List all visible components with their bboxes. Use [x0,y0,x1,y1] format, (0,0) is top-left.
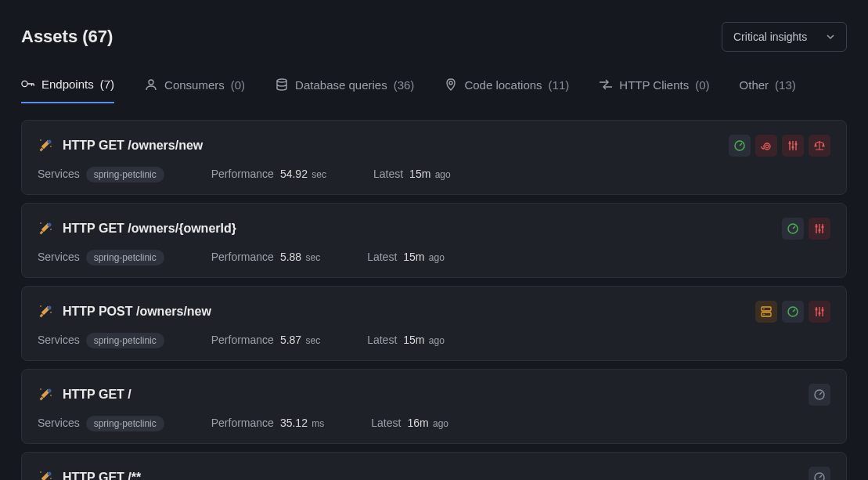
tab-label: Consumers [164,78,225,92]
insight-server-orange-icon[interactable] [755,301,777,323]
svg-point-20 [48,306,52,310]
tab-count: (0) [695,78,709,92]
asset-title: HTTP GET / [63,388,131,402]
services-label: Services [38,334,80,346]
tab-count: (0) [231,78,245,92]
service-tag: spring-petclinic [86,333,164,348]
svg-point-9 [765,145,769,148]
svg-point-10 [788,142,791,144]
tab-database-queries[interactable]: Database queries (36) [275,77,414,103]
insight-badges [809,467,830,480]
svg-point-0 [22,81,27,86]
tab-count: (13) [775,78,796,92]
asset-card[interactable]: HTTP GET /** [21,452,847,480]
tab-label: Other [740,78,769,92]
telescope-icon [38,470,53,480]
insight-tuning-red-icon[interactable] [782,135,804,157]
tabs-bar: Endpoints (7) Consumers (0) Database que… [21,77,847,104]
telescope-icon [38,387,53,402]
insight-snail-red-icon[interactable] [755,135,777,157]
insight-gauge-gray-icon[interactable] [809,467,830,480]
tab-count: (11) [549,78,570,92]
asset-card[interactable]: HTTP GET /owners/{ownerId}Servicesspring… [21,203,847,278]
performance-value: 54.92 [280,168,308,180]
performance-label: Performance [211,168,274,180]
card-meta: Servicesspring-petclinicPerformance54.92… [38,168,830,180]
page-title: Assets (67) [21,27,113,47]
chevron-down-icon [826,32,835,42]
insight-tuning-red-icon[interactable] [809,301,830,323]
performance-label: Performance [211,417,274,429]
tab-code-locations[interactable]: Code locations (11) [444,77,569,103]
service-tag: spring-petclinic [86,250,164,265]
svg-point-29 [818,312,820,314]
card-meta: Servicesspring-petclinicPerformance5.87 … [38,334,830,346]
insight-badges [729,135,830,157]
svg-point-3 [449,81,452,85]
asset-card[interactable]: HTTP GET /owners/newServicesspring-petcl… [21,120,847,195]
latest-unit: ago [432,169,450,180]
performance-label: Performance [211,251,274,263]
tab-consumers[interactable]: Consumers (0) [144,77,245,103]
services-label: Services [38,168,80,180]
telescope-icon [38,138,53,153]
latest-label: Latest [367,334,397,346]
latest-label: Latest [373,168,403,180]
performance-value: 5.88 [280,251,301,263]
tab-count: (36) [394,78,415,92]
service-tag: spring-petclinic [86,416,164,431]
tab-label: Code locations [464,78,542,92]
performance-value: 5.87 [280,334,301,346]
performance-unit: sec [303,335,320,346]
database-icon [275,78,289,92]
latest-label: Latest [367,251,397,263]
services-label: Services [38,251,80,263]
latest-unit: ago [430,418,448,429]
arrows-icon [599,78,613,92]
svg-point-35 [48,472,52,476]
svg-point-8 [764,143,770,150]
svg-point-4 [48,140,52,144]
insight-badges [755,301,830,323]
asset-card[interactable]: HTTP POST /owners/newServicesspring-petc… [21,286,847,361]
performance-unit: ms [309,418,324,429]
latest-value: 15m [409,168,430,180]
insight-gauge-green-icon[interactable] [782,218,804,240]
svg-point-22 [50,312,52,313]
tab-other[interactable]: Other (13) [740,77,796,103]
svg-point-19 [821,226,823,228]
asset-title: HTTP POST /owners/new [63,305,211,319]
asset-card[interactable]: HTTP GET /Servicesspring-petclinicPerfor… [21,369,847,444]
svg-point-5 [40,139,41,141]
tab-label: Database queries [295,78,387,92]
insight-gauge-gray-icon[interactable] [809,384,830,406]
services-label: Services [38,417,80,429]
asset-title: HTTP GET /owners/new [63,139,203,153]
tab-label: Endpoints [41,78,94,91]
dropdown-label: Critical insights [733,31,807,43]
svg-rect-24 [762,312,771,316]
insight-gauge-green-icon[interactable] [782,301,804,323]
svg-point-1 [149,80,153,85]
svg-point-26 [763,314,765,316]
svg-point-28 [815,308,817,310]
insight-gauge-green-icon[interactable] [729,135,751,157]
svg-point-31 [48,389,52,393]
tab-label: HTTP Clients [619,78,689,92]
svg-point-21 [40,305,41,307]
insight-tuning-red-icon[interactable] [809,218,830,240]
tab-http-clients[interactable]: HTTP Clients (0) [599,77,709,103]
svg-point-18 [818,229,820,231]
svg-point-6 [50,146,52,147]
performance-unit: sec [303,252,320,263]
sort-dropdown[interactable]: Critical insights [722,22,847,52]
performance-value: 35.12 [280,417,308,429]
insight-badges [809,384,830,406]
performance-label: Performance [211,334,274,346]
tab-endpoints[interactable]: Endpoints (7) [21,77,114,103]
insight-scale-red-icon[interactable] [809,135,830,157]
pin-icon [444,78,458,92]
svg-point-11 [791,146,794,148]
tab-count: (7) [100,78,114,91]
telescope-icon [38,304,53,319]
